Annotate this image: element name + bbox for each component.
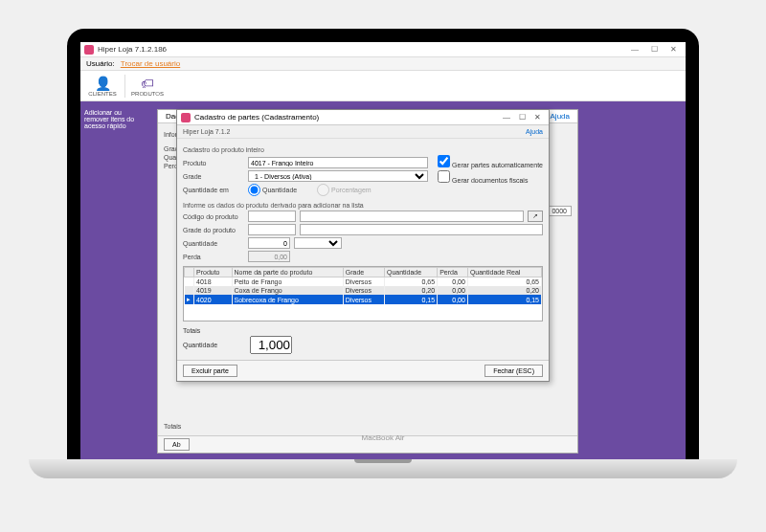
userbar-label: Usuário: — [86, 59, 115, 68]
dialog-subtitle-bar: Hiper Loja 7.1.2 Ajuda — [177, 125, 549, 139]
main-window-title: Hiper Loja 7.1.2.186 — [98, 45, 626, 54]
th-grade[interactable]: Grade — [343, 268, 384, 277]
toolbar-separator — [124, 75, 125, 98]
sidebar-quickaccess[interactable]: Adicionar ou remover itens do acesso ráp… — [84, 109, 144, 129]
th-perda[interactable]: Perda — [438, 268, 468, 277]
cell-produto: 4020 — [194, 295, 233, 304]
grade-select[interactable]: 1 - Diversos (Ativa) — [248, 170, 428, 182]
dialog-titlebar: Cadastro de partes (Cadastramento) — ☐ ✕ — [177, 110, 549, 125]
quantidade-unit-select[interactable] — [294, 237, 342, 249]
produto-input[interactable] — [248, 157, 428, 168]
cell-real: 0,15 — [467, 295, 541, 304]
section2-label: Informe os dados do produto derivado par… — [183, 202, 543, 209]
toolbar-clientes[interactable]: 👤 CLIENTES — [86, 73, 119, 100]
cell-grade: Diversos — [343, 295, 384, 304]
change-user-link[interactable]: Trocar de usuário — [121, 59, 180, 68]
checkbox-gerar-fiscais[interactable]: Gerar documentos fiscais — [438, 170, 543, 184]
sidebar: Adicionar ou remover itens do acesso ráp… — [80, 101, 147, 459]
row-marker — [185, 286, 194, 295]
dialog-title: Cadastro de partes (Cadastramento) — [194, 113, 319, 122]
row-marker — [185, 277, 194, 287]
laptop-brand: MacBook Air — [362, 433, 405, 442]
dialog-minimize-button[interactable]: — — [499, 112, 514, 123]
th-marker — [185, 268, 194, 277]
toolbar-produtos[interactable]: 🏷 PRODUTOS — [131, 73, 164, 100]
maximize-button[interactable]: ☐ — [645, 44, 663, 55]
produto-label: Produto — [183, 160, 244, 166]
cell-nome: Peito de Frango — [232, 277, 343, 287]
toolbar: 👤 CLIENTES 🏷 PRODUTOS — [80, 71, 686, 101]
section1-label: Cadastro do produto inteiro — [183, 146, 543, 153]
lookup-button[interactable]: ↗ — [528, 211, 543, 222]
excluir-parte-button[interactable]: Excluir parte — [183, 365, 237, 377]
cell-grade: Diversos — [343, 286, 384, 295]
cell-grade: Diversos — [343, 277, 384, 287]
dialog-footer: Excluir parte Fechar (ESC) — [177, 360, 549, 381]
codigo-desc-input[interactable] — [300, 211, 524, 222]
close-button[interactable]: ✕ — [665, 44, 682, 55]
laptop-frame: Hiper Loja 7.1.2.186 — ☐ ✕ Usuário: Troc… — [67, 29, 699, 459]
grade2-label: Grade do produto — [183, 227, 244, 233]
cell-qtd: 0,20 — [384, 286, 437, 295]
table-row[interactable]: ▸ 4020 Sobrecoxa de Frango Diversos 0,15… — [185, 295, 542, 304]
workspace: Adicionar ou remover itens do acesso ráp… — [80, 101, 686, 459]
th-produto[interactable]: Produto — [194, 268, 233, 277]
cell-produto: 4018 — [194, 277, 233, 287]
radio-quantidade[interactable]: Quantidade — [248, 184, 309, 196]
checkbox-gerar-auto[interactable]: Gerar partes automaticamente — [438, 155, 543, 168]
parts-table: Produto Nome da parte do produto Grade Q… — [183, 266, 543, 321]
cell-perda: 0,00 — [438, 286, 468, 295]
radio-porcentagem[interactable]: Porcentagem — [317, 184, 378, 196]
user-icon: 👤 — [95, 76, 111, 91]
table-row[interactable]: 4018 Peito de Frango Diversos 0,65 0,00 … — [185, 277, 542, 287]
main-titlebar: Hiper Loja 7.1.2.186 — ☐ ✕ — [80, 42, 686, 57]
fechar-button[interactable]: Fechar (ESC) — [484, 365, 543, 377]
cell-produto: 4019 — [194, 286, 233, 295]
laptop-notch — [354, 459, 412, 463]
tag-icon: 🏷 — [141, 76, 154, 91]
dialog-subtitle: Hiper Loja 7.1.2 — [183, 128, 230, 135]
cell-perda: 0,00 — [438, 295, 468, 304]
totals-qtd-label: Quantidade — [183, 342, 244, 348]
row-marker: ▸ — [185, 295, 194, 304]
th-qtd[interactable]: Quantidade — [384, 268, 437, 277]
totals-section: Totais Quantidade — [183, 327, 543, 354]
bg-bottom-button[interactable]: Ab — [164, 438, 190, 451]
th-nome[interactable]: Nome da parte do produto — [232, 268, 343, 277]
toolbar-produtos-label: PRODUTOS — [131, 91, 164, 97]
grade2-desc-input[interactable] — [300, 224, 543, 235]
totals-qtd-input[interactable] — [250, 336, 292, 354]
perda-input[interactable] — [248, 251, 290, 262]
grade2-code-input[interactable] — [248, 224, 296, 235]
grade-label: Grade — [183, 173, 244, 180]
th-real[interactable]: Quantidade Real — [467, 268, 541, 277]
dialog-close-button[interactable]: ✕ — [529, 112, 545, 123]
cell-nome: Coxa de Frango — [232, 286, 343, 295]
codigo-label: Código do produto — [183, 213, 244, 220]
qtd-em-label: Quantidade em — [183, 187, 244, 193]
cell-real: 0,65 — [467, 277, 541, 287]
app-window: Hiper Loja 7.1.2.186 — ☐ ✕ Usuário: Troc… — [80, 42, 686, 459]
cell-nome: Sobrecoxa de Frango — [232, 295, 343, 304]
cell-qtd: 0,65 — [384, 277, 437, 287]
perda-label: Perda — [183, 254, 244, 260]
cell-qtd: 0,15 — [384, 295, 437, 304]
dialog-body: Cadastro do produto inteiro Produto Grad… — [177, 139, 549, 360]
totals-label: Totais — [183, 327, 543, 334]
dialog-help-link[interactable]: Ajuda — [526, 128, 543, 135]
dialog-maximize-button[interactable]: ☐ — [514, 112, 529, 123]
quantidade-input[interactable] — [248, 237, 290, 249]
minimize-button[interactable]: — — [626, 44, 643, 55]
cadastro-partes-dialog: Cadastro de partes (Cadastramento) — ☐ ✕… — [176, 109, 550, 382]
bg-ajuda[interactable]: Ajuda — [551, 112, 570, 121]
dialog-icon — [181, 113, 191, 122]
bg-side-box: 0000 — [547, 206, 572, 216]
toolbar-clientes-label: CLIENTES — [88, 91, 116, 97]
table-row[interactable]: 4019 Coxa de Frango Diversos 0,20 0,00 0… — [185, 286, 542, 295]
cell-real: 0,20 — [467, 286, 541, 295]
quantidade-label: Quantidade — [183, 240, 244, 247]
userbar: Usuário: Trocar de usuário — [80, 57, 686, 71]
codigo-input[interactable] — [248, 211, 296, 222]
app-icon — [84, 45, 94, 55]
cell-perda: 0,00 — [438, 277, 468, 287]
